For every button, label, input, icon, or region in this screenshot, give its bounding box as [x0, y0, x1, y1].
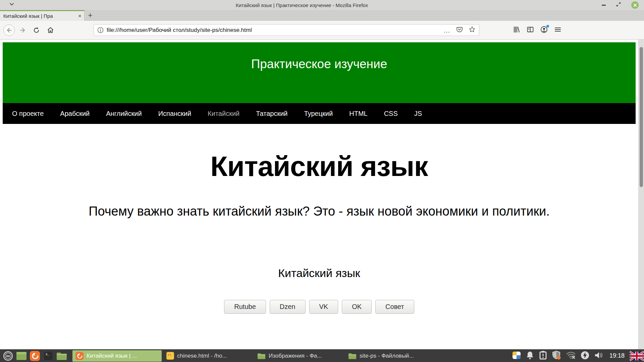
- url-text[interactable]: file:///home/user/Рабочий стол/study/sit…: [107, 27, 443, 34]
- svg-text:$_: $_: [46, 353, 49, 356]
- restore-button[interactable]: [616, 2, 621, 8]
- system-tray: 19:18: [512, 350, 644, 362]
- nav-buttons: [3, 25, 56, 36]
- banner-title: Практическое изучение: [3, 42, 636, 71]
- scrollbar-thumb[interactable]: [640, 47, 643, 187]
- nav-item-js[interactable]: JS: [414, 110, 422, 118]
- active-tab[interactable]: Китайский язык | Пра ×: [0, 10, 85, 21]
- sovet-button[interactable]: Совет: [375, 300, 414, 314]
- page-scrollbar[interactable]: [638, 40, 644, 349]
- back-button[interactable]: [3, 25, 15, 36]
- firefox-task-icon: [75, 352, 84, 360]
- close-button[interactable]: [631, 1, 639, 9]
- desktop-screen: Китайский язык | Практическое изучение -…: [0, 0, 644, 362]
- nav-item-about[interactable]: О проекте: [12, 110, 44, 118]
- page-actions-icon[interactable]: …: [443, 29, 450, 32]
- browser-toolbar: file:///home/user/Рабочий стол/study/sit…: [0, 21, 644, 40]
- toolbar-right-icons: [513, 26, 561, 35]
- nav-item-html[interactable]: HTML: [349, 110, 367, 118]
- keyboard-layout-uk-flag-icon[interactable]: [630, 350, 644, 362]
- rutube-button[interactable]: Rutube: [224, 300, 266, 314]
- minimize-button[interactable]: [602, 5, 606, 6]
- account-icon[interactable]: [540, 26, 548, 35]
- ok-button[interactable]: OK: [342, 300, 372, 314]
- nav-item-arabic[interactable]: Арабский: [60, 110, 90, 118]
- terminal-launcher-icon[interactable]: $_: [42, 350, 55, 362]
- mint-menu-button[interactable]: lm: [1, 350, 15, 362]
- sidebar-icon[interactable]: [527, 26, 534, 35]
- page-banner: Практическое изучение: [3, 42, 636, 103]
- window-controls: [602, 0, 639, 10]
- text-editor-task-icon: [166, 352, 174, 360]
- site-info-icon[interactable]: [97, 27, 104, 33]
- task-title: chinese.html - /ho...: [177, 353, 250, 359]
- intro-paragraph: Почему важно знать китайский язык? Это -…: [0, 204, 638, 219]
- browser-viewport: Практическое изучение О проекте Арабский…: [0, 40, 644, 349]
- reload-button[interactable]: [31, 25, 42, 36]
- firefox-launcher-icon[interactable]: [28, 350, 42, 362]
- site-navigation: О проекте Арабский Английский Испанский …: [3, 103, 636, 124]
- tab-title: Китайский язык | Пра: [3, 13, 77, 19]
- bookmark-star-icon[interactable]: [469, 26, 476, 34]
- nav-item-tatar[interactable]: Татарский: [256, 110, 287, 118]
- tab-strip: Китайский язык | Пра × +: [0, 10, 644, 21]
- tray-grid-icon[interactable]: [512, 351, 521, 361]
- task-title: site-ps - Файловый...: [360, 353, 431, 359]
- folder-task-icon: [348, 353, 357, 359]
- home-button[interactable]: [45, 25, 56, 36]
- tab-close-icon[interactable]: ×: [78, 13, 82, 19]
- nav-item-turkish[interactable]: Турецкий: [304, 110, 333, 118]
- forward-button[interactable]: [17, 25, 29, 36]
- show-desktop-launcher-icon[interactable]: [15, 350, 28, 362]
- svg-text:lm: lm: [6, 354, 10, 358]
- volume-icon[interactable]: [594, 351, 604, 361]
- network-wifi-off-icon[interactable]: [566, 351, 576, 361]
- task-text-editor[interactable]: chinese.html - /ho...: [163, 350, 253, 362]
- task-title: Китайский язык | ...: [87, 353, 159, 359]
- vk-button[interactable]: VK: [309, 300, 338, 314]
- page-title: Китайский язык: [0, 150, 638, 183]
- web-page: Практическое изучение О проекте Арабский…: [0, 40, 638, 349]
- url-bar[interactable]: file:///home/user/Рабочий стол/study/sit…: [94, 24, 479, 36]
- file-manager-launcher-icon[interactable]: [55, 350, 68, 362]
- report-clipboard-icon[interactable]: [539, 351, 547, 361]
- nav-item-spanish[interactable]: Испанский: [158, 110, 191, 118]
- task-title: Изображения - Фа...: [269, 353, 340, 359]
- window-title: Китайский язык | Практическое изучение -…: [0, 2, 604, 8]
- task-firefox[interactable]: Китайский язык | ...: [72, 350, 162, 362]
- nav-item-chinese[interactable]: Китайский: [208, 110, 239, 118]
- notifications-bell-icon[interactable]: [526, 351, 534, 361]
- window-list: Китайский язык | ... chinese.html - /ho.…: [72, 350, 434, 362]
- window-titlebar: Китайский язык | Практическое изучение -…: [0, 0, 644, 10]
- url-actions: …: [443, 26, 476, 34]
- power-manager-icon[interactable]: [581, 351, 589, 361]
- section-subheading: Китайский язык: [0, 267, 638, 280]
- nav-item-css[interactable]: CSS: [384, 110, 398, 118]
- folder-task-icon: [257, 353, 266, 359]
- library-icon[interactable]: [513, 26, 520, 35]
- new-tab-button[interactable]: +: [85, 10, 96, 21]
- task-images-folder[interactable]: Изображения - Фа...: [254, 350, 343, 362]
- link-button-row: Rutube Dzen VK OK Совет: [0, 300, 638, 314]
- dzen-button[interactable]: Dzen: [270, 300, 306, 314]
- pocket-icon[interactable]: [456, 26, 463, 34]
- menu-hamburger-icon[interactable]: [554, 26, 561, 35]
- account-notification-dot: [546, 25, 549, 28]
- nav-item-english[interactable]: Английский: [106, 110, 142, 118]
- task-siteps-folder[interactable]: site-ps - Файловый...: [345, 350, 434, 362]
- clock[interactable]: 19:18: [609, 352, 625, 359]
- taskbar: lm $_: [0, 349, 644, 362]
- update-shield-icon[interactable]: [552, 351, 561, 361]
